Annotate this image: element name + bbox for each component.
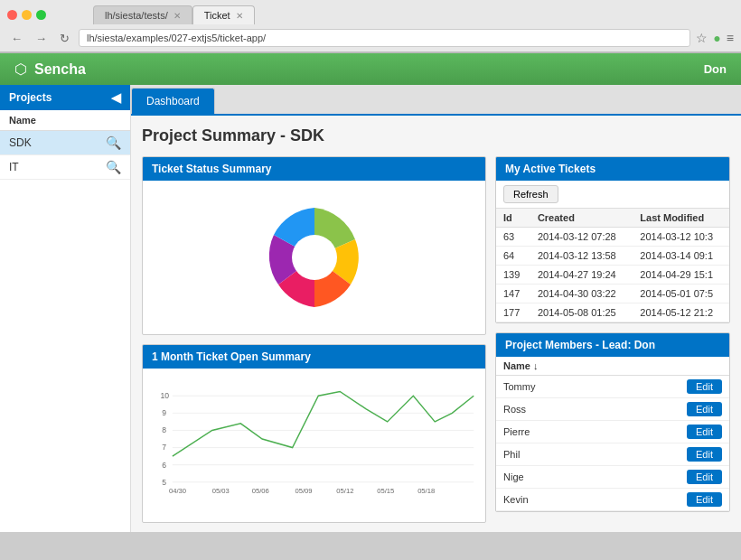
- minimize-traffic-light[interactable]: [22, 10, 32, 20]
- x-label-0503: 05/03: [212, 487, 230, 495]
- members-list: Tommy Edit Ross Edit Pierre Edit Phil Ed…: [496, 376, 729, 511]
- tab-dashboard[interactable]: Dashboard: [131, 88, 215, 114]
- sidebar-col-header: Name: [0, 110, 130, 131]
- security-icon: ●: [713, 31, 720, 45]
- ticket-created: 2014-03-12 07:28: [530, 228, 633, 247]
- y-label-8: 8: [162, 425, 166, 434]
- sidebar-item-it[interactable]: IT 🔍: [0, 155, 130, 180]
- line-chart: 10 9 8 7 6 5: [150, 376, 478, 502]
- browser-tab-ticket-close[interactable]: ✕: [236, 11, 243, 21]
- table-row[interactable]: 139 2014-04-27 19:24 2014-04-29 15:1: [496, 266, 729, 285]
- list-item: Pierre Edit: [496, 421, 729, 443]
- table-toolbar: Refresh: [496, 181, 729, 209]
- ticket-created: 2014-04-30 03:22: [530, 285, 633, 303]
- y-label-5: 5: [162, 478, 166, 487]
- content-tabs: Dashboard: [131, 85, 741, 116]
- edit-member-button[interactable]: Edit: [687, 447, 722, 462]
- left-column: Ticket Status Summary: [142, 156, 486, 523]
- sort-icon[interactable]: ↓: [533, 360, 539, 371]
- x-label-0518: 05/18: [417, 487, 435, 495]
- edit-member-button[interactable]: Edit: [687, 425, 722, 439]
- refresh-button[interactable]: ↻: [56, 30, 73, 47]
- browser-tab-siesta-label: lh/siesta/tests/: [105, 10, 168, 21]
- traffic-lights: [7, 10, 46, 20]
- edit-member-button[interactable]: Edit: [687, 492, 722, 507]
- donut-chart-area: [143, 181, 485, 334]
- ticket-modified: 2014-03-12 10:3: [633, 228, 729, 247]
- two-col-layout: Ticket Status Summary: [142, 156, 730, 523]
- forward-button[interactable]: →: [32, 30, 51, 47]
- address-bar[interactable]: lh/siesta/examples/027-extjs5/ticket-app…: [79, 29, 690, 47]
- ticket-created: 2014-03-12 13:58: [530, 247, 633, 266]
- col-id: Id: [496, 209, 530, 228]
- sidebar-collapse-icon[interactable]: ◀: [111, 90, 121, 105]
- ticket-id: 139: [496, 266, 530, 285]
- list-item: Phil Edit: [496, 443, 729, 466]
- ticket-modified: 2014-03-14 09:1: [633, 247, 729, 266]
- sidebar-item-it-search-icon: 🔍: [106, 160, 121, 174]
- table-header-row: Id Created Last Modified: [496, 209, 729, 228]
- ticket-id: 177: [496, 303, 530, 322]
- ticket-created: 2014-04-27 19:24: [530, 266, 633, 285]
- sidebar: Projects ◀ Name SDK 🔍 IT 🔍: [0, 85, 131, 532]
- edit-member-button[interactable]: Edit: [687, 379, 722, 394]
- sidebar-title: Projects: [9, 91, 52, 104]
- x-label-0515: 05/15: [377, 487, 394, 495]
- content-area: Dashboard Project Summary - SDK Ticket S…: [131, 85, 741, 532]
- list-item: Kevin Edit: [496, 489, 729, 511]
- browser-tab-ticket-label: Ticket: [204, 10, 230, 21]
- active-tickets-panel-header: My Active Tickets: [496, 157, 729, 181]
- members-panel: Project Members - Lead: Don Name ↓ Tommy…: [495, 332, 730, 512]
- x-label-0506: 05/06: [252, 487, 269, 495]
- refresh-button[interactable]: Refresh: [503, 185, 558, 203]
- line-chart-area: 10 9 8 7 6 5: [143, 369, 485, 522]
- ticket-modified: 2014-05-01 07:5: [633, 285, 729, 303]
- members-panel-header: Project Members - Lead: Don: [496, 333, 729, 357]
- toolbar-icons: ☆ ● ≡: [696, 31, 734, 45]
- table-row[interactable]: 64 2014-03-12 13:58 2014-03-14 09:1: [496, 247, 729, 266]
- line-chart-path: [173, 391, 474, 456]
- ticket-id: 147: [496, 285, 530, 303]
- content-body: Project Summary - SDK Ticket Status Summ…: [131, 116, 741, 532]
- ticket-modified: 2014-04-29 15:1: [633, 266, 729, 285]
- list-item: Ross Edit: [496, 398, 729, 421]
- x-label-0512: 05/12: [336, 487, 353, 495]
- donut-chart: [247, 190, 382, 325]
- browser-toolbar: ← → ↻ lh/siesta/examples/027-extjs5/tick…: [0, 24, 741, 52]
- member-name: Pierre: [503, 426, 530, 437]
- ticket-created: 2014-05-08 01:25: [530, 303, 633, 322]
- donut-hole: [292, 235, 337, 280]
- right-column: My Active Tickets Refresh Id Created Las…: [495, 156, 730, 523]
- sidebar-item-sdk[interactable]: SDK 🔍: [0, 131, 130, 155]
- ticket-status-panel-header: Ticket Status Summary: [143, 157, 485, 181]
- browser-tab-ticket[interactable]: Ticket ✕: [192, 5, 255, 24]
- table-row[interactable]: 147 2014-04-30 03:22 2014-05-01 07:5: [496, 285, 729, 303]
- address-text: lh/siesta/examples/027-extjs5/ticket-app…: [87, 33, 266, 43]
- back-button[interactable]: ←: [7, 30, 26, 47]
- menu-icon[interactable]: ≡: [727, 31, 734, 45]
- star-icon[interactable]: ☆: [696, 31, 708, 45]
- table-row[interactable]: 177 2014-05-08 01:25 2014-05-12 21:2: [496, 303, 729, 322]
- browser-tab-siesta[interactable]: lh/siesta/tests/ ✕: [93, 5, 192, 24]
- logo-icon: ⬡: [14, 61, 27, 78]
- table-row[interactable]: 63 2014-03-12 07:28 2014-03-12 10:3: [496, 228, 729, 247]
- edit-member-button[interactable]: Edit: [687, 470, 722, 484]
- browser-titlebar: lh/siesta/tests/ ✕ Ticket ✕: [0, 0, 741, 24]
- members-name-col-label: Name: [503, 360, 530, 371]
- active-tickets-panel: My Active Tickets Refresh Id Created Las…: [495, 156, 730, 323]
- list-item: Nige Edit: [496, 466, 729, 489]
- member-name: Tommy: [503, 381, 535, 392]
- page-title: Project Summary - SDK: [142, 126, 730, 145]
- members-col-header: Name ↓: [496, 357, 729, 376]
- x-label-0509: 05/09: [295, 487, 312, 495]
- maximize-traffic-light[interactable]: [36, 10, 46, 20]
- edit-member-button[interactable]: Edit: [687, 402, 722, 416]
- col-modified: Last Modified: [633, 209, 729, 228]
- browser-tabs: lh/siesta/tests/ ✕ Ticket ✕: [57, 5, 255, 24]
- sidebar-item-sdk-search-icon: 🔍: [106, 135, 121, 150]
- browser-tab-siesta-close[interactable]: ✕: [174, 11, 181, 21]
- member-name: Phil: [503, 449, 520, 460]
- member-name: Kevin: [503, 494, 529, 505]
- ticket-id: 63: [496, 228, 530, 247]
- close-traffic-light[interactable]: [7, 10, 17, 20]
